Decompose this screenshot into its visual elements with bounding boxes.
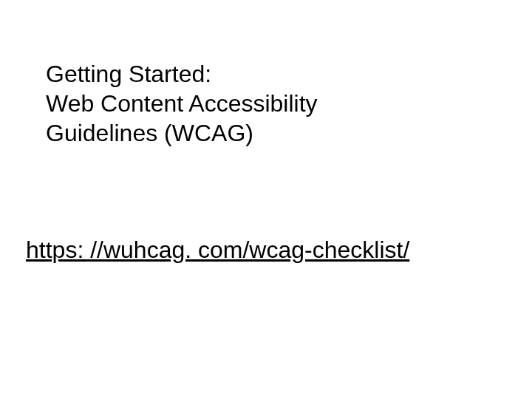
link-container: https: //wuhcag. com/wcag-checklist/ xyxy=(26,236,409,264)
slide-title: Getting Started: Web Content Accessibili… xyxy=(46,59,318,148)
wcag-checklist-link[interactable]: https: //wuhcag. com/wcag-checklist/ xyxy=(26,236,409,263)
title-line-3: Guidelines (WCAG) xyxy=(46,118,318,148)
title-line-2: Web Content Accessibility xyxy=(46,89,318,118)
title-line-1: Getting Started: xyxy=(46,59,318,89)
